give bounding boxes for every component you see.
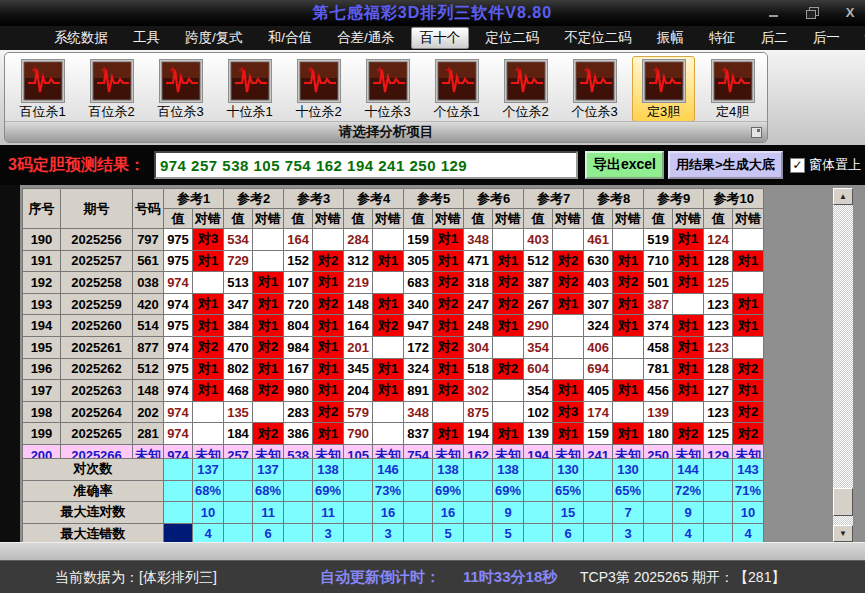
cell-value[interactable]: 458 bbox=[644, 336, 673, 358]
summary-value[interactable]: 71% bbox=[733, 480, 764, 502]
cell-value[interactable]: 302 bbox=[464, 380, 493, 402]
cell-seq[interactable]: 197 bbox=[23, 380, 61, 402]
cell-mark[interactable]: 对2 bbox=[313, 250, 344, 272]
cell-mark[interactable]: 对1 bbox=[313, 315, 344, 337]
summary-value[interactable]: 11 bbox=[253, 502, 284, 524]
cell-mark[interactable]: 对1 bbox=[733, 315, 764, 337]
cell-mark[interactable] bbox=[493, 229, 524, 251]
cell-mark[interactable]: 对1 bbox=[733, 293, 764, 315]
cell-mark[interactable] bbox=[733, 272, 764, 294]
cell-value[interactable]: 384 bbox=[224, 315, 253, 337]
cell-value[interactable]: 354 bbox=[524, 380, 553, 402]
cell-mark[interactable]: 对1 bbox=[553, 380, 584, 402]
cell-value[interactable]: 461 bbox=[584, 229, 613, 251]
cell-mark[interactable]: 对1 bbox=[193, 250, 224, 272]
cell-mark[interactable] bbox=[553, 315, 584, 337]
summary-value[interactable]: 138 bbox=[433, 459, 464, 481]
summary-spacer-cell[interactable] bbox=[344, 459, 373, 481]
cell-mark[interactable] bbox=[253, 250, 284, 272]
cell-mark[interactable]: 对2 bbox=[433, 336, 464, 358]
summary-value[interactable]: 16 bbox=[373, 502, 404, 524]
summary-spacer-cell[interactable] bbox=[284, 480, 313, 502]
tool-button-0[interactable]: 百位杀1 bbox=[11, 56, 74, 122]
cell-value[interactable]: 124 bbox=[704, 229, 733, 251]
cell-mark[interactable]: 对1 bbox=[433, 229, 464, 251]
cell-mark[interactable]: 对1 bbox=[613, 380, 644, 402]
cell-mark[interactable]: 对2 bbox=[433, 380, 464, 402]
cell-mark[interactable]: 对1 bbox=[373, 250, 404, 272]
cell-value[interactable]: 248 bbox=[464, 315, 493, 337]
cell-mark[interactable]: 对1 bbox=[433, 315, 464, 337]
cell-value[interactable]: 875 bbox=[464, 401, 493, 423]
summary-spacer-cell[interactable] bbox=[524, 502, 553, 524]
cell-mark[interactable] bbox=[493, 401, 524, 423]
cell-value[interactable]: 984 bbox=[284, 336, 313, 358]
cell-mark[interactable] bbox=[613, 401, 644, 423]
cell-value[interactable]: 975 bbox=[164, 358, 193, 380]
cell-seq[interactable]: 193 bbox=[23, 293, 61, 315]
cell-period[interactable]: 2025264 bbox=[61, 401, 133, 423]
cell-value[interactable]: 802 bbox=[224, 358, 253, 380]
cell-value[interactable]: 167 bbox=[284, 358, 313, 380]
minimize-icon[interactable] bbox=[767, 7, 781, 19]
cell-value[interactable]: 123 bbox=[704, 293, 733, 315]
summary-spacer-cell[interactable] bbox=[164, 502, 193, 524]
summary-value[interactable]: 68% bbox=[193, 480, 224, 502]
tool-button-2[interactable]: 百位杀3 bbox=[149, 56, 212, 122]
summary-value[interactable]: 144 bbox=[673, 459, 704, 481]
cell-value[interactable]: 139 bbox=[644, 401, 673, 423]
summary-spacer-cell[interactable] bbox=[404, 502, 433, 524]
cell-mark[interactable]: 对2 bbox=[193, 336, 224, 358]
cell-value[interactable]: 123 bbox=[704, 336, 733, 358]
summary-value[interactable]: 15 bbox=[553, 502, 584, 524]
cell-mark[interactable] bbox=[553, 336, 584, 358]
summary-spacer-cell[interactable] bbox=[464, 502, 493, 524]
close-icon[interactable]: X bbox=[843, 7, 857, 19]
cell-mark[interactable] bbox=[253, 401, 284, 423]
cell-value[interactable]: 354 bbox=[524, 336, 553, 358]
summary-value[interactable]: 69% bbox=[433, 480, 464, 502]
cell-mark[interactable] bbox=[193, 401, 224, 423]
cell-number[interactable]: 797 bbox=[133, 229, 164, 251]
cell-value[interactable]: 102 bbox=[524, 401, 553, 423]
summary-spacer-cell[interactable] bbox=[704, 480, 733, 502]
summary-value[interactable]: 9 bbox=[673, 502, 704, 524]
restore-icon[interactable] bbox=[805, 7, 819, 19]
cell-mark[interactable]: 对1 bbox=[493, 315, 524, 337]
cell-value[interactable]: 283 bbox=[284, 401, 313, 423]
cell-value[interactable]: 468 bbox=[224, 380, 253, 402]
cell-period[interactable]: 2025259 bbox=[61, 293, 133, 315]
cell-mark[interactable]: 对2 bbox=[673, 423, 704, 445]
cell-value[interactable]: 204 bbox=[344, 380, 373, 402]
summary-value[interactable]: 7 bbox=[613, 502, 644, 524]
menu-item-5[interactable]: 百十个 bbox=[411, 27, 470, 49]
cell-value[interactable]: 980 bbox=[284, 380, 313, 402]
cell-value[interactable]: 174 bbox=[584, 401, 613, 423]
cell-mark[interactable]: 对2 bbox=[433, 272, 464, 294]
cell-seq[interactable]: 190 bbox=[23, 229, 61, 251]
summary-spacer-cell[interactable] bbox=[284, 459, 313, 481]
cell-value[interactable]: 974 bbox=[164, 380, 193, 402]
scroll-up-icon[interactable]: ▲ bbox=[833, 188, 853, 205]
cell-number[interactable]: 148 bbox=[133, 380, 164, 402]
cell-mark[interactable]: 对2 bbox=[313, 401, 344, 423]
cell-mark[interactable] bbox=[553, 358, 584, 380]
summary-value[interactable]: 72% bbox=[673, 480, 704, 502]
cell-value[interactable]: 790 bbox=[344, 423, 373, 445]
tool-button-6[interactable]: 个位杀1 bbox=[425, 56, 488, 122]
summary-spacer-cell[interactable] bbox=[704, 459, 733, 481]
cell-period[interactable]: 2025265 bbox=[61, 423, 133, 445]
cell-value[interactable]: 318 bbox=[464, 272, 493, 294]
cell-mark[interactable]: 对2 bbox=[553, 250, 584, 272]
cell-mark[interactable]: 对1 bbox=[373, 293, 404, 315]
summary-spacer-cell[interactable] bbox=[344, 502, 373, 524]
summary-value[interactable]: 130 bbox=[553, 459, 584, 481]
cell-mark[interactable]: 对1 bbox=[433, 423, 464, 445]
summary-value[interactable]: 16 bbox=[433, 502, 464, 524]
summary-spacer-cell[interactable] bbox=[584, 480, 613, 502]
cell-mark[interactable]: 对1 bbox=[193, 380, 224, 402]
cell-period[interactable]: 2025261 bbox=[61, 336, 133, 358]
tool-button-5[interactable]: 十位杀3 bbox=[356, 56, 419, 122]
summary-spacer-cell[interactable] bbox=[644, 480, 673, 502]
menu-item-0[interactable]: 系统数据 bbox=[45, 27, 117, 49]
